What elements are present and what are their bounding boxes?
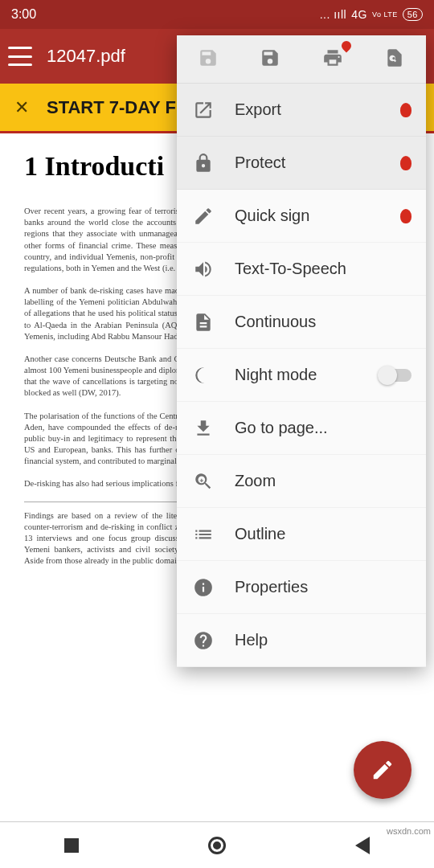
zoom-icon xyxy=(193,471,214,492)
document-title: 12047.pdf xyxy=(47,46,125,67)
menu-item-continuous[interactable]: Continuous xyxy=(177,296,426,349)
menu-item-properties[interactable]: Properties xyxy=(177,561,426,614)
menu-label: Properties xyxy=(235,578,308,596)
export-icon xyxy=(193,100,214,121)
overflow-menu: Export Protect Quick sign Text-To-Speech… xyxy=(177,35,426,667)
signal-dots: ... ııll xyxy=(320,8,347,21)
menu-item-protect[interactable]: Protect xyxy=(177,137,426,190)
info-icon xyxy=(193,577,214,598)
premium-ribbon-icon xyxy=(400,103,411,117)
menu-item-goto[interactable]: Go to page... xyxy=(177,402,426,455)
menu-item-zoom[interactable]: Zoom xyxy=(177,455,426,508)
nav-recent-icon[interactable] xyxy=(64,838,79,853)
print-icon[interactable] xyxy=(322,47,343,72)
menu-item-nightmode[interactable]: Night mode xyxy=(177,349,426,402)
menu-label: Export xyxy=(235,100,281,119)
edit-fab[interactable] xyxy=(354,741,411,799)
menu-item-outline[interactable]: Outline xyxy=(177,508,426,561)
menu-label: Text-To-Speech xyxy=(235,260,346,278)
menu-label: Outline xyxy=(235,525,285,543)
network-type: 4G xyxy=(351,8,367,21)
save-icon[interactable] xyxy=(198,47,219,72)
find-icon[interactable] xyxy=(384,47,405,72)
status-right: ... ııll 4G Vo LTE 56 xyxy=(320,8,423,21)
menu-item-quicksign[interactable]: Quick sign xyxy=(177,190,426,243)
menu-label: Continuous xyxy=(235,313,316,331)
night-mode-toggle[interactable] xyxy=(379,369,411,382)
menu-label: Protect xyxy=(235,154,285,172)
watermark: wsxdn.com xyxy=(387,826,431,836)
sign-icon xyxy=(193,206,214,227)
premium-ribbon-icon xyxy=(400,156,411,170)
page-icon xyxy=(193,312,214,333)
volte-indicator: Vo LTE xyxy=(372,11,398,18)
outline-icon xyxy=(193,524,214,545)
menu-toolbar xyxy=(177,35,426,84)
premium-ribbon-icon xyxy=(400,209,411,223)
help-icon xyxy=(193,630,214,651)
battery-level: 56 xyxy=(403,8,423,21)
moon-icon xyxy=(193,365,214,386)
banner-text: START 7-DAY F xyxy=(47,97,176,118)
menu-label: Go to page... xyxy=(235,419,328,437)
status-time: 3:00 xyxy=(11,7,36,22)
download-icon xyxy=(193,418,214,439)
status-bar: 3:00 ... ııll 4G Vo LTE 56 xyxy=(0,0,434,29)
menu-label: Help xyxy=(235,631,268,649)
menu-icon[interactable] xyxy=(8,47,32,66)
menu-label: Quick sign xyxy=(235,207,309,225)
system-nav-bar xyxy=(0,821,434,868)
nav-back-icon[interactable] xyxy=(355,837,370,854)
menu-item-export[interactable]: Export xyxy=(177,84,426,137)
menu-item-tts[interactable]: Text-To-Speech xyxy=(177,243,426,296)
menu-label: Night mode xyxy=(235,366,317,384)
nav-home-icon[interactable] xyxy=(208,837,226,854)
close-icon[interactable]: ✕ xyxy=(14,97,29,118)
pencil-icon xyxy=(371,758,395,782)
save-as-icon[interactable] xyxy=(260,47,280,72)
menu-label: Zoom xyxy=(235,472,276,490)
speaker-icon xyxy=(193,259,214,280)
menu-item-help[interactable]: Help xyxy=(177,614,426,667)
lock-icon xyxy=(193,153,214,174)
